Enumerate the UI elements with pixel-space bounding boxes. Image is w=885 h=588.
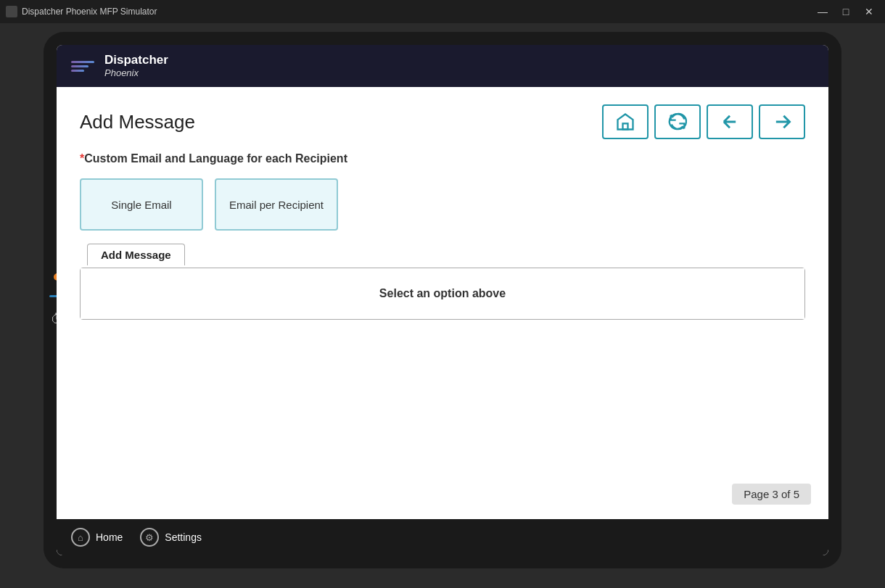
titlebar-controls: — □ ✕ — [812, 4, 879, 20]
settings-bottom-button[interactable]: ⚙ Settings — [140, 528, 202, 547]
add-message-panel: Select an option above — [80, 268, 805, 320]
app-title: Dispatcher Phoenix MFP Simulator — [22, 7, 157, 17]
screen: Dispatcher Phoenix Add Message — [57, 45, 828, 555]
back-arrow-icon — [720, 112, 740, 132]
svg-rect-0 — [623, 123, 628, 129]
minimize-button[interactable]: — — [812, 4, 833, 20]
maximize-button[interactable]: □ — [836, 4, 856, 20]
home-icon — [615, 112, 635, 132]
select-option-text: Select an option above — [379, 287, 506, 300]
subtitle: *Custom Email and Language for each Reci… — [80, 152, 805, 165]
logo-icon — [71, 61, 94, 72]
logo-line-1 — [71, 61, 94, 63]
page-title: Add Message — [80, 111, 195, 133]
home-bottom-icon: ⌂ — [71, 528, 90, 547]
close-button[interactable]: ✕ — [859, 4, 879, 20]
page-indicator: Page 3 of 5 — [732, 484, 811, 505]
content-top: Add Message — [80, 104, 805, 139]
titlebar: Dispatcher Phoenix MFP Simulator — □ ✕ — [0, 0, 885, 23]
titlebar-left: Dispatcher Phoenix MFP Simulator — [6, 6, 157, 17]
brand-name: Dispatcher — [104, 53, 168, 67]
add-message-tab-label: Add Message — [87, 244, 185, 265]
bottom-bar: ⌂ Home ⚙ Settings — [57, 519, 828, 555]
app-icon — [6, 6, 17, 17]
back-nav-button[interactable] — [707, 104, 753, 139]
option-buttons: Single Email Email per Recipient — [80, 178, 805, 231]
logo-line-3 — [71, 70, 84, 72]
refresh-icon — [667, 112, 688, 132]
main-content: Add Message — [57, 87, 828, 519]
home-nav-button[interactable] — [602, 104, 649, 139]
home-bottom-button[interactable]: ⌂ Home — [71, 528, 123, 547]
logo-text: Dispatcher Phoenix — [104, 53, 168, 79]
home-bottom-label: Home — [96, 531, 123, 543]
logo-line-2 — [71, 65, 88, 67]
screen-header: Dispatcher Phoenix — [57, 45, 828, 87]
settings-bottom-label: Settings — [165, 531, 202, 543]
forward-arrow-icon — [772, 112, 792, 132]
refresh-nav-button[interactable] — [654, 104, 701, 139]
single-email-button[interactable]: Single Email — [80, 178, 203, 231]
add-message-body: Select an option above — [81, 268, 804, 319]
subtitle-text: Custom Email and Language for each Recip… — [84, 152, 347, 165]
device-shell: ⏱ Dispatcher Phoenix Add Message — [44, 32, 841, 568]
settings-bottom-icon: ⚙ — [140, 528, 159, 547]
add-message-section: Add Message Select an option above — [80, 244, 805, 320]
forward-nav-button[interactable] — [759, 104, 805, 139]
nav-buttons — [602, 104, 805, 139]
brand-sub: Phoenix — [104, 67, 168, 79]
email-per-recipient-button[interactable]: Email per Recipient — [215, 178, 338, 231]
